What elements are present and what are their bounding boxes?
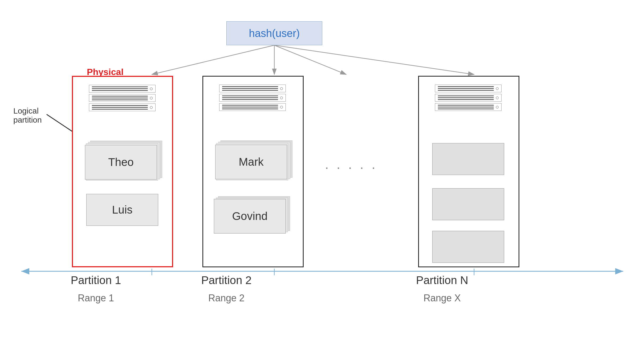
server-lines-1b [92,96,148,100]
server-dot [496,97,499,99]
server-lines-2a [222,86,278,91]
server-line [222,90,278,91]
server-line [222,107,278,107]
svg-line-0 [152,45,274,74]
server-row-nc [435,103,502,111]
server-row-na [435,85,502,92]
server-line [92,88,148,89]
server-icon-1 [89,85,156,111]
server-lines-1a [92,86,148,91]
user-theo: Theo [108,156,134,169]
server-icon-2 [219,85,286,111]
server-line [438,99,494,100]
server-line [92,98,148,98]
server-line [438,95,494,96]
partition-1-label: Partition 1 [48,274,144,287]
hash-box-label: hash(user) [249,27,300,39]
user-luis: Luis [112,203,132,216]
server-line [92,86,148,87]
server-line [222,105,278,106]
server-line [222,99,278,100]
server-lines-nc [438,105,494,109]
server-line [92,99,148,100]
server-dot [150,97,153,99]
partition-n-box [418,76,519,267]
svg-marker-5 [21,268,29,274]
user-mark: Mark [239,156,263,168]
range-2-label: Range 2 [184,293,269,304]
server-dot [496,106,499,109]
range-1-label: Range 1 [53,293,138,304]
server-line [438,109,494,109]
server-line [92,107,148,108]
empty-card-2 [432,188,504,220]
server-icon-n [435,85,502,111]
server-line [92,105,148,106]
server-row-2b [219,94,286,102]
server-dot [280,106,283,109]
server-line [92,96,148,97]
server-row-1a [89,85,156,93]
partition-n-label: Partition N [394,274,490,287]
server-lines-nb [438,95,494,100]
partition-1-box: Theo Luis [72,76,173,267]
server-dot [150,88,153,90]
server-line [438,86,494,87]
server-dot [496,87,499,90]
server-line [438,90,494,91]
server-line [92,109,148,110]
server-line [222,88,278,89]
partition-2-box: Mark Govind [202,76,304,267]
server-lines-2b [222,95,278,100]
hash-box: hash(user) [226,21,322,45]
server-row-2c [219,103,286,111]
empty-card-1 [432,143,504,175]
server-row-1b [89,94,156,102]
partition-2-label: Partition 2 [178,274,274,287]
server-lines-2c [222,105,278,109]
user-govind: Govind [232,210,267,223]
empty-card-3 [432,231,504,263]
svg-line-2 [274,45,346,74]
svg-line-3 [274,45,474,74]
server-line [222,86,278,87]
server-lines-na [438,86,494,91]
diagram-container: hash(user) Physical partition Logical pa… [0,0,644,350]
server-dot [280,97,283,99]
server-line [438,107,494,107]
server-line [92,90,148,91]
server-row-2a [219,85,286,92]
server-row-1c [89,103,156,111]
range-x-label: Range X [400,293,485,304]
server-line [438,105,494,106]
server-line [438,97,494,98]
server-dot [150,106,153,109]
server-lines-1c [92,105,148,110]
server-dot [280,87,283,90]
server-line [438,88,494,89]
partition-dots: · · · · · [325,160,377,175]
server-line [222,95,278,96]
server-row-nb [435,94,502,102]
svg-marker-6 [615,268,623,274]
server-line [222,109,278,109]
logical-partition-label: Logical partition [13,106,42,124]
server-line [222,97,278,98]
